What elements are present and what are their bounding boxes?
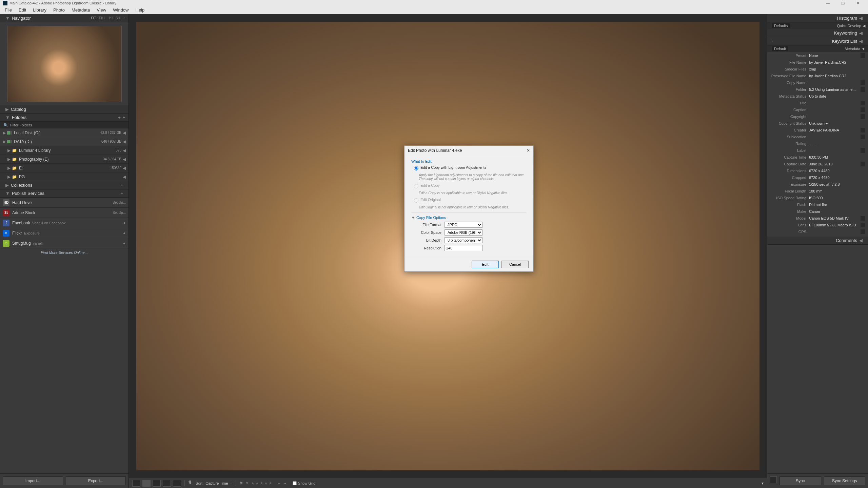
meta-value[interactable]: Did not fire	[809, 203, 865, 207]
comments-header[interactable]: Comments ◀	[767, 237, 868, 245]
meta-action-icon[interactable]	[861, 223, 865, 227]
defaults-selector[interactable]: Defaults	[772, 23, 790, 28]
default-selector[interactable]: Default	[772, 46, 788, 51]
meta-value[interactable]: 6720 x 4480	[809, 169, 865, 173]
bit-depth-select[interactable]: 8 bits/component	[445, 237, 482, 243]
meta-value[interactable]: · · · · ·	[809, 142, 865, 146]
next-icon[interactable]: →	[283, 481, 287, 486]
chevron-left-icon[interactable]: ◀	[123, 148, 126, 153]
folder-row[interactable]: ▶📁Photography (E)34.3 / 64 TB◀	[0, 155, 129, 164]
nav-fit[interactable]: FIT	[91, 16, 96, 20]
navigator-thumbnail[interactable]	[7, 26, 122, 102]
drive-row[interactable]: ▶DATA (D:)646 / 932 GB◀	[0, 137, 129, 146]
service-setup[interactable]: ◄	[122, 231, 126, 235]
service-setup[interactable]: Set Up...	[113, 201, 126, 204]
service-setup[interactable]: ◄	[122, 221, 126, 225]
menu-window[interactable]: Window	[110, 7, 132, 13]
find-more-link[interactable]: Find More Services Online...	[0, 248, 129, 257]
chevron-down-icon[interactable]: ÷	[230, 481, 232, 486]
meta-value[interactable]: Canon	[809, 209, 865, 214]
meta-action-icon[interactable]	[861, 135, 865, 139]
meta-value[interactable]: xmp	[809, 67, 865, 71]
chevron-down-icon[interactable]: ÷	[123, 16, 125, 20]
edit-copy-radio[interactable]	[414, 184, 418, 188]
sync-button[interactable]: Sync	[780, 476, 821, 485]
meta-value[interactable]: 5.2 Using Luminar as an e...	[809, 87, 861, 92]
chevron-left-icon[interactable]: ◀	[123, 157, 126, 162]
folder-row[interactable]: ▶📁E:150589◀	[0, 164, 129, 172]
meta-value[interactable]: 1/250 sec at f / 2.8	[809, 182, 865, 186]
meta-action-icon[interactable]	[861, 128, 865, 133]
meta-value[interactable]: by Javier Pardina.CR2	[809, 74, 865, 78]
meta-action-icon[interactable]	[861, 87, 865, 92]
meta-action-icon[interactable]	[861, 101, 865, 105]
navigator-header[interactable]: ▼ Navigator FIT FILL 1:1 3:1 ÷	[0, 14, 129, 22]
triangle-icon[interactable]: ▼	[411, 216, 415, 220]
grid-view-icon[interactable]	[132, 480, 140, 487]
folder-row[interactable]: ▶📁Luminar 4 Library596◀	[0, 146, 129, 155]
import-button[interactable]: Import...	[3, 476, 63, 485]
meta-action-icon[interactable]	[861, 107, 865, 112]
resolution-input[interactable]	[445, 245, 482, 251]
toolbar-chevron-icon[interactable]: ▾	[762, 481, 764, 486]
plus-icon[interactable]: +	[118, 115, 121, 120]
loupe-view-icon[interactable]	[142, 480, 151, 487]
nav-fill[interactable]: FILL	[99, 16, 106, 20]
chevron-left-icon[interactable]: ◀	[123, 175, 126, 179]
menu-photo[interactable]: Photo	[50, 7, 68, 13]
publish-service-row[interactable]: ••FlickrExposure◄	[0, 228, 129, 238]
people-view-icon[interactable]	[173, 480, 181, 487]
menu-edit[interactable]: Edit	[15, 7, 29, 13]
folders-header[interactable]: ▼ Folders + ÷	[0, 114, 129, 122]
compare-view-icon[interactable]	[153, 480, 161, 487]
service-setup[interactable]: ◄	[122, 241, 126, 245]
drive-row[interactable]: ▶Local Disk (C:)63.8 / 237 GB◀	[0, 128, 129, 137]
keywordlist-header[interactable]: + Keyword List ◀	[767, 37, 868, 45]
sort-value[interactable]: Capture Time	[205, 481, 228, 485]
chevron-icon[interactable]: ÷	[123, 115, 125, 120]
menu-view[interactable]: View	[93, 7, 110, 13]
meta-action-icon[interactable]	[861, 216, 865, 221]
histogram-header[interactable]: Histogram ◀	[767, 14, 868, 22]
keywording-header[interactable]: Keywording ◀	[767, 29, 868, 37]
minimize-icon[interactable]: —	[821, 0, 835, 6]
plus-icon[interactable]: +	[120, 191, 123, 196]
edit-copy-adjustments-radio[interactable]	[414, 166, 418, 170]
nav-1to1[interactable]: 1:1	[108, 16, 113, 20]
menu-help[interactable]: Help	[132, 7, 148, 13]
triangle-icon[interactable]: ▼	[5, 16, 10, 21]
flag-reject-icon[interactable]: ⚑	[245, 481, 249, 486]
folder-row[interactable]: ▶📁PG◀	[0, 172, 129, 181]
show-grid-checkbox[interactable]	[293, 481, 297, 485]
service-setup[interactable]: Set Up...	[113, 211, 126, 215]
meta-value[interactable]: EF100mm f/2.8L Macro IS U	[809, 223, 861, 227]
publish-service-row[interactable]: StAdobe StockSet Up...	[0, 208, 129, 218]
file-format-select[interactable]: JPEG	[445, 222, 482, 228]
survey-view-icon[interactable]	[163, 480, 171, 487]
flag-pick-icon[interactable]: ⚑	[239, 481, 243, 486]
close-icon[interactable]: ✕	[850, 0, 865, 6]
meta-action-icon[interactable]	[861, 80, 865, 85]
menu-library[interactable]: Library	[29, 7, 50, 13]
publish-service-row[interactable]: HDHard DriveSet Up...	[0, 198, 129, 208]
publish-header[interactable]: ▼ Publish Services +	[0, 189, 129, 198]
sync-toggle-icon[interactable]	[770, 476, 777, 483]
preset-value[interactable]: None	[809, 54, 861, 58]
publish-service-row[interactable]: fFacebookVanelli on Facebook◄	[0, 218, 129, 228]
rating-stars[interactable]: ★★★★★	[251, 481, 273, 486]
meta-action-icon[interactable]	[861, 148, 865, 153]
meta-value[interactable]: Up to date	[809, 94, 865, 98]
maximize-icon[interactable]: ▢	[835, 0, 850, 6]
meta-value[interactable]: 6720 x 4480	[809, 176, 865, 180]
publish-service-row[interactable]: ☺SmugMugvanelli◄	[0, 238, 129, 248]
meta-action-icon[interactable]	[861, 162, 865, 166]
sync-settings-button[interactable]: Sync Settings	[824, 476, 866, 485]
prev-icon[interactable]: ←	[277, 481, 281, 486]
plus-icon[interactable]: +	[771, 39, 773, 44]
meta-value[interactable]: 100 mm	[809, 189, 865, 193]
meta-value[interactable]: JAVIER PARDINA	[809, 128, 861, 132]
meta-value[interactable]: 6:00:30 PM	[809, 155, 865, 159]
plus-icon[interactable]: +	[120, 183, 123, 188]
meta-value[interactable]: by Javier Pardina.CR2	[809, 60, 865, 64]
filter-folders[interactable]: 🔍 Filter Folders	[0, 122, 129, 128]
